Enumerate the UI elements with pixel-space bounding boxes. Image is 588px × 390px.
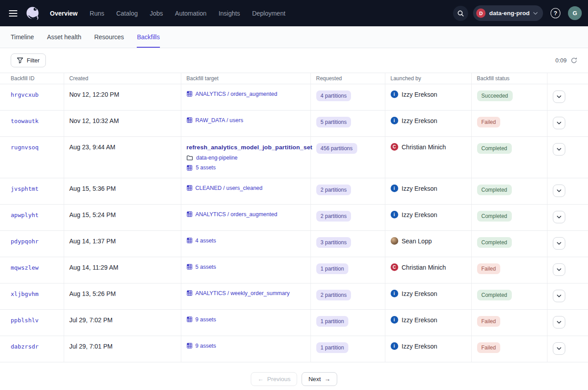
filter-label: Filter [27, 57, 40, 64]
help-icon[interactable]: ? [548, 6, 563, 21]
asset-target-link[interactable]: ANALYTICS / orders_augmented [187, 211, 278, 218]
backfill-target-cell: 9 assets [181, 336, 310, 362]
table-row: rugnvsoq Aug 23, 9:44 AM refresh_analyti… [0, 137, 588, 178]
tab-asset-health[interactable]: Asset health [47, 26, 81, 48]
menu-icon[interactable] [4, 5, 21, 22]
deployment-badge: D [476, 8, 486, 18]
row-actions-button[interactable] [553, 143, 565, 156]
column-header-backfill-target: Backfill target [181, 73, 310, 84]
status-badge: Succeeded [477, 90, 513, 101]
asset-target-link[interactable]: 4 assets [187, 238, 216, 244]
asset-target-link[interactable]: ANALYTICS / weekly_order_summary [187, 290, 290, 296]
dagster-logo-icon[interactable] [23, 4, 42, 23]
refresh-icon[interactable] [571, 57, 577, 64]
chevron-down-icon [533, 12, 538, 15]
filter-icon [17, 57, 23, 63]
asset-target-link[interactable]: RAW_DATA / users [187, 117, 243, 123]
row-actions-button[interactable] [553, 316, 565, 328]
launched-by-avatar: C [391, 143, 398, 151]
row-actions-button[interactable] [553, 211, 565, 223]
backfill-id-link[interactable]: hrgvcxub [11, 91, 39, 98]
created-timestamp: Jul 29, 7:01 PM [69, 343, 113, 350]
created-timestamp: Aug 13, 5:26 PM [69, 290, 116, 297]
nav-item-overview[interactable]: Overview [50, 10, 78, 17]
nav-item-jobs[interactable]: Jobs [150, 10, 163, 17]
backfill-id-link[interactable]: apwplyht [11, 212, 39, 218]
backfill-id-link[interactable]: rugnvsoq [11, 144, 39, 151]
tab-resources[interactable]: Resources [94, 26, 124, 48]
status-badge: Failed [477, 263, 501, 274]
launched-by-avatar [391, 237, 398, 245]
created-timestamp: Aug 15, 5:36 PM [69, 185, 116, 192]
row-actions-button[interactable] [553, 90, 565, 103]
status-badge: Failed [477, 316, 501, 327]
row-actions-button[interactable] [553, 342, 565, 355]
asset-target-link[interactable]: ANALYTICS / orders_augmented [187, 91, 278, 97]
backfill-id-link[interactable]: toowautk [11, 118, 39, 124]
requested-partitions-badge: 1 partition [316, 342, 349, 353]
job-target-link[interactable]: refresh_analytics_model_job_partition_se… [187, 144, 313, 151]
previous-page-button[interactable]: ← Previous [251, 372, 297, 386]
table-row: apwplyht Aug 15, 5:24 PM ANALYTICS / ord… [0, 205, 588, 231]
backfill-target-cell: ANALYTICS / orders_augmented [181, 84, 310, 111]
asset-target-link[interactable]: 9 assets [187, 316, 216, 323]
backfill-id-link[interactable]: ppblshlv [11, 317, 39, 324]
asset-grid-icon [187, 290, 192, 296]
user-avatar[interactable]: G [568, 6, 582, 20]
row-actions-button[interactable] [553, 237, 565, 250]
table-header-row: Backfill ID Created Backfill target Requ… [0, 73, 588, 84]
filter-button[interactable]: Filter [11, 53, 46, 67]
nav-item-automation[interactable]: Automation [175, 10, 207, 17]
next-page-button[interactable]: Next → [302, 372, 337, 386]
nav-item-runs[interactable]: Runs [90, 10, 104, 17]
tab-timeline[interactable]: Timeline [11, 26, 34, 48]
target-sub-link[interactable]: data-eng-pipeline [196, 155, 238, 161]
refresh-countdown: 0:09 [555, 57, 567, 64]
created-timestamp: Nov 12, 12:20 PM [69, 91, 119, 98]
launched-by-avatar: i [391, 185, 398, 192]
row-actions-button[interactable] [553, 117, 565, 129]
status-badge: Failed [477, 117, 501, 127]
deployment-switcher[interactable]: D data-eng-prod [473, 5, 543, 21]
table-row: xljbgvhm Aug 13, 5:26 PM ANALYTICS / wee… [0, 283, 588, 310]
search-icon[interactable] [453, 6, 468, 21]
backfills-table-body: hrgvcxub Nov 12, 12:20 PM ANALYTICS / or… [0, 84, 588, 362]
launched-by-name: Izzy Erekson [402, 343, 437, 350]
backfills-table: Backfill ID Created Backfill target Requ… [0, 73, 588, 362]
asset-grid-icon [187, 211, 192, 217]
row-actions-button[interactable] [553, 185, 565, 197]
requested-partitions-badge: 2 partitions [316, 211, 351, 222]
backfill-id-link[interactable]: mqwszlew [11, 264, 39, 271]
asset-target-link[interactable]: 5 assets [187, 264, 216, 270]
requested-partitions-badge: 5 partitions [316, 117, 351, 127]
created-timestamp: Aug 14, 1:37 PM [69, 238, 116, 245]
arrow-right-icon: → [324, 376, 331, 382]
nav-item-catalog[interactable]: Catalog [116, 10, 138, 17]
column-header-created: Created [64, 73, 181, 84]
backfill-id-link[interactable]: dabzrsdr [11, 343, 39, 350]
top-navigation-bar: OverviewRunsCatalogJobsAutomationInsight… [0, 0, 588, 26]
launched-by-avatar: i [391, 316, 398, 324]
asset-grid-icon [187, 316, 192, 322]
status-badge: Completed [477, 211, 512, 222]
target-sub-link[interactable]: 5 assets [196, 164, 216, 171]
row-actions-button[interactable] [553, 263, 565, 276]
table-row: ppblshlv Jul 29, 7:02 PM 9 assets 1 part… [0, 310, 588, 336]
requested-partitions-badge: 2 partitions [316, 185, 351, 195]
asset-target-link[interactable]: 9 assets [187, 343, 216, 349]
created-timestamp: Jul 29, 7:02 PM [69, 316, 113, 324]
asset-target-link[interactable]: CLEANED / users_cleaned [187, 185, 263, 191]
requested-partitions-badge: 1 partition [316, 263, 349, 274]
requested-partitions-badge: 4 partitions [316, 90, 351, 101]
tab-backfills[interactable]: Backfills [137, 26, 159, 48]
backfill-id-link[interactable]: pdypqohr [11, 238, 39, 245]
launched-by-name: Sean Lopp [402, 238, 432, 245]
backfill-id-link[interactable]: xljbgvhm [11, 291, 39, 297]
nav-item-insights[interactable]: Insights [219, 10, 240, 17]
table-row: hrgvcxub Nov 12, 12:20 PM ANALYTICS / or… [0, 84, 588, 111]
nav-item-deployment[interactable]: Deployment [252, 10, 286, 17]
backfill-id-link[interactable]: jvsphtmt [11, 185, 39, 192]
row-actions-button[interactable] [553, 290, 565, 302]
table-row: toowautk Nov 12, 10:32 AM RAW_DATA / use… [0, 111, 588, 137]
launched-by-avatar: i [391, 290, 398, 297]
